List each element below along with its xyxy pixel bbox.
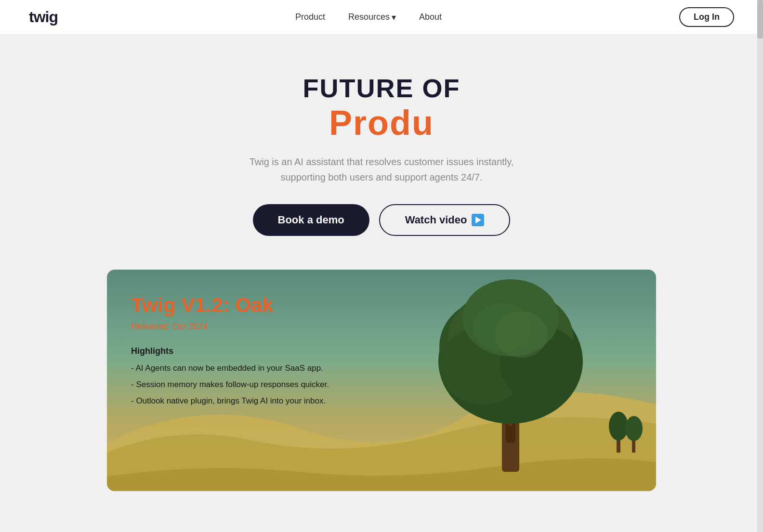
card-highlights-list: - AI Agents can now be embedded in your … [131, 360, 329, 409]
hero-title-line1: FUTURE OF [19, 73, 744, 103]
nav-product[interactable]: Product [295, 12, 325, 22]
tree-svg [406, 279, 618, 472]
nav-links: Product Resources ▾ About [295, 12, 442, 23]
hero-buttons: Book a demo Watch video [19, 204, 744, 236]
highlight-item-2: - Session memory makes follow-up respons… [131, 376, 329, 393]
hero-section: FUTURE OF Produ Twig is an AI assistant … [0, 35, 763, 255]
card-content: Twig V1.2: Oak Released: Oct 2024 Highli… [131, 294, 329, 409]
book-demo-button[interactable]: Book a demo [253, 204, 369, 236]
site-logo[interactable]: twig [29, 8, 58, 26]
scrollbar-thumb[interactable] [757, 0, 763, 39]
play-icon [472, 214, 484, 226]
scrollbar-track[interactable] [757, 0, 763, 532]
nav-resources[interactable]: Resources ▾ [348, 12, 396, 23]
release-card: Twig V1.2: Oak Released: Oct 2024 Highli… [107, 270, 656, 491]
login-button[interactable]: Log In [679, 7, 734, 27]
svg-point-14 [609, 412, 628, 441]
chevron-down-icon: ▾ [392, 12, 396, 23]
card-highlights-heading: Highlights [131, 346, 329, 356]
navbar: twig Product Resources ▾ About Log In [0, 0, 763, 35]
highlight-item-1: - AI Agents can now be embedded in your … [131, 360, 329, 376]
hero-title-line2: Produ [19, 103, 744, 143]
nav-about[interactable]: About [419, 12, 442, 22]
svg-point-16 [625, 416, 643, 441]
watch-video-button[interactable]: Watch video [379, 204, 511, 236]
play-triangle [475, 217, 481, 223]
hero-subtitle: Twig is an AI assistant that resolves cu… [19, 154, 744, 185]
card-title: Twig V1.2: Oak [131, 294, 329, 317]
card-background: Twig V1.2: Oak Released: Oct 2024 Highli… [107, 270, 656, 491]
highlight-item-3: - Outlook native plugin, brings Twig AI … [131, 393, 329, 409]
bg-trees-svg [608, 404, 646, 453]
card-released-date: Released: Oct 2024 [131, 322, 329, 332]
svg-point-12 [495, 311, 548, 358]
